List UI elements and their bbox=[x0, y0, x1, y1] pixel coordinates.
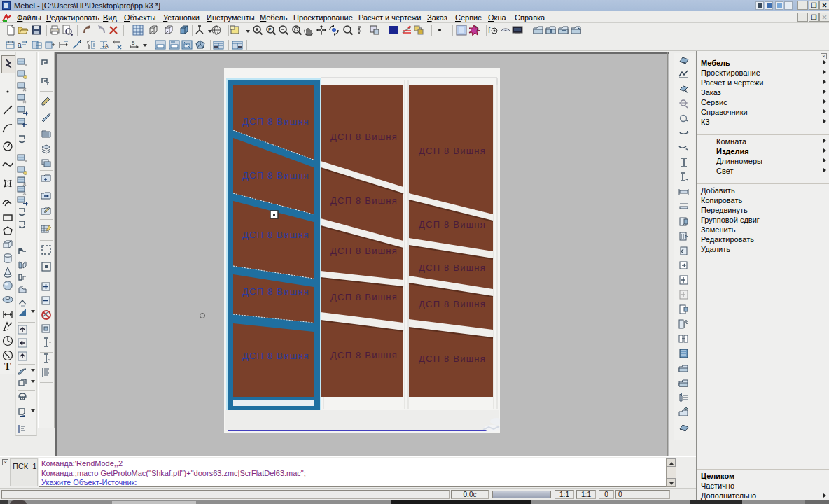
svg-text:f: f bbox=[488, 26, 491, 34]
svg-text:a: a bbox=[18, 41, 22, 49]
svg-text:P: P bbox=[268, 27, 272, 32]
svg-text:ДСП 8 Вишня: ДСП 8 Вишня bbox=[419, 219, 486, 230]
svg-text:ДСП 8 Вишня: ДСП 8 Вишня bbox=[419, 299, 486, 309]
svg-text:T: T bbox=[4, 361, 11, 372]
svg-text:A: A bbox=[105, 43, 109, 48]
svg-text:ДСП 8 Вишня: ДСП 8 Вишня bbox=[419, 146, 486, 156]
svg-text:ДСП 8 Вишня: ДСП 8 Вишня bbox=[419, 354, 486, 364]
svg-text:ДСП 8 Вишня: ДСП 8 Вишня bbox=[330, 292, 398, 302]
svg-text:ДСП 8 Вишня: ДСП 8 Вишня bbox=[242, 170, 309, 181]
svg-text:ДСП 8 Вишня: ДСП 8 Вишня bbox=[242, 230, 309, 240]
svg-text:ДСП 8 Вишня: ДСП 8 Вишня bbox=[242, 286, 309, 297]
svg-text:ДСП 8 Вишня: ДСП 8 Вишня bbox=[330, 195, 398, 206]
svg-text:ДСП 8 Вишня: ДСП 8 Вишня bbox=[419, 262, 486, 273]
svg-text:ДСП 8 Вишня: ДСП 8 Вишня bbox=[242, 116, 309, 127]
svg-text:ДСП 8 Вишня: ДСП 8 Вишня bbox=[330, 132, 398, 142]
svg-text:ДСП 8 Вишня: ДСП 8 Вишня bbox=[330, 246, 398, 256]
svg-text:ДСП 8 Вишня: ДСП 8 Вишня bbox=[242, 351, 309, 361]
svg-text:5: 5 bbox=[132, 40, 135, 46]
svg-text:ДСП 8 Вишня: ДСП 8 Вишня bbox=[330, 350, 398, 360]
